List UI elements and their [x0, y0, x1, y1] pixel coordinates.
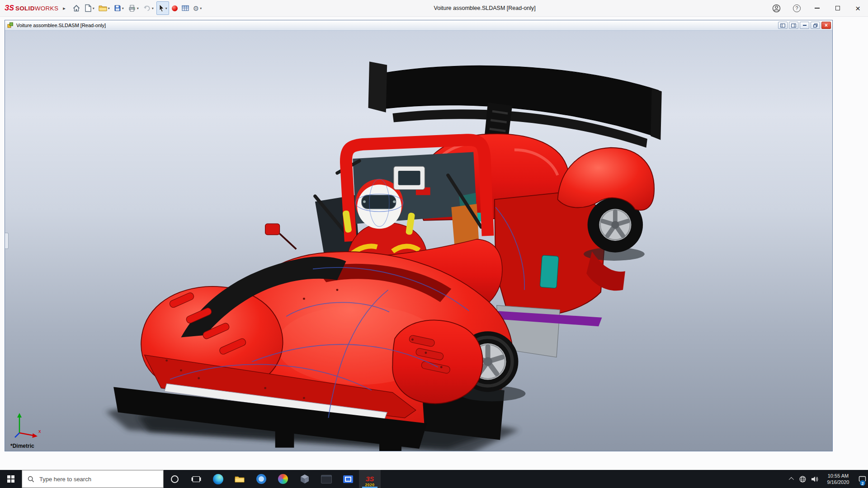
document-restore-button[interactable] [811, 22, 820, 29]
edge-button[interactable] [207, 470, 229, 488]
chevron-up-icon [789, 477, 794, 482]
design-table-button[interactable] [180, 2, 190, 14]
network-button[interactable] [797, 470, 808, 488]
maximize-button[interactable] [827, 0, 848, 16]
right-front-fender[interactable] [392, 320, 482, 404]
select-cursor-icon [158, 4, 165, 12]
action-center-button[interactable]: 2 [856, 470, 868, 488]
new-document-dropdown-icon[interactable]: ▾ [93, 6, 94, 10]
new-document-button[interactable]: ▾ [83, 2, 96, 14]
cube-app-button[interactable] [294, 470, 316, 488]
open-dropdown-icon[interactable]: ▾ [108, 6, 110, 10]
media-app-icon [343, 475, 353, 483]
close-icon: × [855, 4, 860, 13]
cube-app-icon [300, 474, 309, 484]
media-app-button[interactable] [337, 470, 359, 488]
undo-button[interactable]: ▾ [142, 2, 155, 14]
document-titlebar[interactable]: Voiture assomblee.SLDASM [Read-only] × [5, 20, 832, 31]
screen: ЗS SOLIDWORKS ▸ ▾ ▾ ▾ ▾ [0, 0, 868, 488]
document-close-button[interactable]: × [821, 22, 831, 29]
document-minimize-button[interactable] [800, 22, 809, 29]
appearance-sphere-icon [172, 5, 178, 11]
tray-overflow-button[interactable] [785, 470, 797, 488]
brand-name-light: WORKS [35, 5, 59, 12]
quick-access-toolbar: ▾ ▾ ▾ ▾ ▾ ▾ [71, 1, 203, 15]
minimize-button[interactable] [807, 0, 827, 16]
solidworks-logo-icon: ЗS [5, 4, 14, 12]
help-icon: ? [793, 5, 801, 12]
window-controls: ? × [766, 0, 868, 16]
solidworks-taskbar-button[interactable]: ЗS 2020 [359, 470, 381, 488]
task-view-icon [193, 476, 200, 482]
clock-date: 9/16/2020 [827, 479, 849, 485]
select-tool-dropdown-icon[interactable]: ▾ [165, 6, 167, 10]
cortana-button[interactable] [164, 470, 185, 488]
console-app-button[interactable] [316, 470, 337, 488]
file-explorer-icon [235, 475, 245, 483]
home-button[interactable] [71, 2, 82, 14]
browser-button[interactable] [250, 470, 272, 488]
workspace: Voiture assomblee.SLDASM [Read-only] × [0, 17, 868, 470]
appearance-button[interactable] [170, 2, 179, 14]
helmet-visor [362, 195, 396, 209]
view-orientation-label: *Dimetric [10, 443, 34, 449]
pane-layout-left-button[interactable] [778, 22, 788, 29]
pane-right-icon [791, 23, 796, 28]
graphics-viewport[interactable]: x *Dimetric [5, 31, 832, 451]
photos-button[interactable] [272, 470, 294, 488]
orientation-triad: x [12, 410, 45, 440]
undo-dropdown-icon[interactable]: ▾ [152, 6, 154, 10]
solidworks-brand: ЗS SOLIDWORKS [5, 4, 58, 12]
taskbar-search[interactable] [22, 470, 164, 488]
cortana-icon [171, 475, 179, 483]
side-window [540, 255, 559, 288]
triad-x-axis [19, 433, 34, 436]
document-close-icon: × [825, 23, 828, 28]
brand-name-bold: SOLID [15, 5, 35, 12]
design-table-icon [182, 5, 189, 11]
home-icon [72, 4, 80, 12]
feature-panel-collapse-handle[interactable] [5, 233, 9, 249]
assembly-document-icon [7, 22, 14, 28]
pane-layout-right-button[interactable] [789, 22, 798, 29]
app-titlebar: ЗS SOLIDWORKS ▸ ▾ ▾ ▾ ▾ [0, 0, 868, 17]
task-view-button[interactable] [185, 470, 207, 488]
save-dropdown-icon[interactable]: ▾ [122, 6, 124, 10]
print-button[interactable]: ▾ [127, 2, 140, 14]
account-icon [772, 4, 781, 13]
options-button[interactable]: ⚙ ▾ [192, 2, 203, 14]
triad-x-label: x [38, 428, 41, 434]
document-restore-icon [813, 23, 818, 28]
taskbar-clock[interactable]: 10:55 AM 9/16/2020 [820, 470, 856, 488]
system-tray: 10:55 AM 9/16/2020 2 [785, 470, 868, 488]
taskbar: ЗS 2020 10:55 AM 9/16/2020 2 [0, 470, 868, 488]
close-button[interactable]: × [848, 0, 868, 16]
console-app-icon [321, 475, 332, 483]
volume-button[interactable] [808, 470, 820, 488]
triad-z-axis [15, 433, 19, 437]
notification-badge: 2 [859, 480, 866, 486]
solidworks-taskbar-icon: ЗS [366, 475, 374, 483]
help-button[interactable]: ? [787, 0, 807, 16]
network-globe-icon [799, 475, 807, 483]
print-icon [128, 5, 136, 12]
save-button[interactable]: ▾ [113, 2, 125, 14]
select-tool-button[interactable]: ▾ [156, 1, 169, 15]
open-folder-icon [99, 5, 107, 12]
open-button[interactable]: ▾ [97, 2, 111, 14]
account-button[interactable] [766, 0, 787, 16]
file-explorer-button[interactable] [229, 470, 250, 488]
options-dropdown-icon[interactable]: ▾ [200, 6, 202, 10]
settings-gear-icon: ⚙ [193, 5, 199, 12]
side-mirror[interactable] [265, 224, 297, 249]
car-3d-model[interactable] [5, 31, 832, 451]
start-button[interactable] [0, 470, 22, 488]
clock-time: 10:55 AM [828, 473, 849, 479]
document-window-controls: × [778, 22, 831, 29]
menu-expand-arrow-icon[interactable]: ▸ [63, 5, 66, 11]
photos-icon [278, 474, 288, 484]
search-input[interactable] [38, 475, 153, 483]
print-dropdown-icon[interactable]: ▾ [137, 6, 139, 10]
maximize-icon [835, 6, 840, 10]
document-minimize-icon [803, 25, 807, 26]
